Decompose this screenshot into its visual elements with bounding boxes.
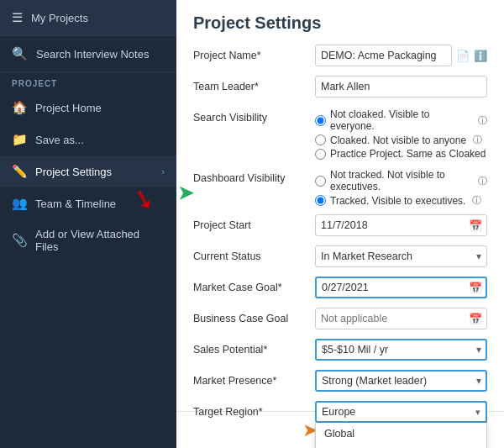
dash-vis-0-label: Not tracked. Not visible to executives. (330, 169, 471, 192)
target-region-value: Europe (322, 406, 475, 418)
dashboard-visibility-control: Not tracked. Not visible to executives.ⓘ… (315, 167, 487, 207)
target-region-dropdown: Global North America Latin America Europ… (315, 423, 487, 448)
target-region-row: Target Region* Europe ▾ Global North Ame… (193, 401, 487, 424)
dash-vis-1-label: Tracked. Visible to executives. (330, 195, 465, 207)
target-region-select-display[interactable]: Europe ▾ (315, 401, 487, 423)
current-status-row: Current Status In Market Research (193, 245, 487, 269)
dash-vis-0-info: ⓘ (478, 175, 487, 187)
chevron-down-icon: ▾ (475, 407, 480, 418)
target-region-control: Europe ▾ Global North America Latin Amer… (315, 401, 487, 423)
search-vis-2-label: Practice Project. Same as Cloaked (330, 148, 486, 160)
sidebar-item-project-home[interactable]: 🏠 Project Home (0, 92, 176, 124)
dashboard-visibility-radio-group: Not tracked. Not visible to executives.ⓘ… (315, 167, 487, 207)
pencil-icon: ✏️ (12, 164, 27, 179)
green-arrow-indicator: ➤ (178, 182, 193, 204)
project-name-label: Project Name* (193, 45, 315, 62)
search-visibility-label: Search Visibility (193, 107, 315, 124)
market-case-goal-label: Market Case Goal* (193, 277, 315, 294)
dashboard-visibility-option-0[interactable]: Not tracked. Not visible to executives.ⓘ (315, 169, 487, 192)
target-region-label: Target Region* (193, 401, 315, 419)
business-case-goal-control: 📅 (315, 308, 487, 329)
sidebar-item-attached-files-label: Add or View Attached Files (35, 228, 165, 253)
target-region-option-north-america[interactable]: North America (316, 445, 486, 448)
folder-icon: 📁 (12, 132, 27, 147)
project-start-row: Project Start 📅 (193, 214, 487, 238)
sidebar-item-attached-files[interactable]: 📎 Add or View Attached Files (0, 219, 176, 261)
search-visibility-radio-group: Not cloaked. Visible to everyone.ⓘ Cloak… (315, 107, 487, 160)
market-presence-control: Strong (Market leader) (315, 370, 487, 392)
sales-potential-row: Sales Potential* $5-$10 Mil / yr (193, 339, 487, 362)
sales-potential-control: $5-$10 Mil / yr (315, 339, 487, 361)
project-start-control: 📅 (315, 214, 487, 236)
search-visibility-option-2[interactable]: Practice Project. Same as Cloaked (315, 148, 487, 160)
current-status-control: In Market Research (315, 245, 487, 267)
sidebar-item-my-projects[interactable]: ☰ My Projects (0, 0, 176, 36)
dashboard-visibility-label: Dashboard Visibility (193, 167, 315, 185)
team-icon: 👥 (12, 196, 27, 211)
dash-vis-1-info: ⓘ (472, 194, 481, 207)
business-case-goal-input[interactable] (315, 308, 487, 329)
market-presence-row: Market Presence* Strong (Market leader) (193, 370, 487, 393)
sidebar: ☰ My Projects 🔍 Search Interview Notes P… (0, 0, 176, 448)
sidebar-item-save-as[interactable]: 📁 Save as... (0, 124, 176, 155)
sidebar-item-search-notes-label: Search Interview Notes (36, 48, 149, 61)
main-content: Project Settings Project Name* 📄 ℹ️ Team… (176, 0, 504, 448)
market-presence-label: Market Presence* (193, 370, 315, 387)
project-name-input[interactable] (315, 45, 452, 66)
market-case-goal-row: Market Case Goal* 📅 (193, 277, 487, 300)
team-leader-row: Team Leader* (193, 76, 487, 99)
search-visibility-option-1[interactable]: Cloaked. Not visible to anyoneⓘ (315, 134, 487, 146)
market-presence-select[interactable]: Strong (Market leader) (315, 370, 487, 392)
search-vis-0-info: ⓘ (478, 114, 487, 127)
sidebar-item-save-as-label: Save as... (35, 134, 84, 146)
market-case-goal-input[interactable] (315, 277, 487, 298)
sidebar-item-team-timeline[interactable]: 👥 Team & Timeline (0, 187, 176, 219)
current-status-select[interactable]: In Market Research (315, 245, 487, 267)
target-region-option-global[interactable]: Global (316, 423, 486, 445)
team-leader-label: Team Leader* (193, 76, 315, 93)
business-case-goal-label: Business Case Goal (193, 308, 315, 325)
project-start-label: Project Start (193, 214, 315, 232)
sales-potential-label: Sales Potential* (193, 339, 315, 356)
grid-icon: ☰ (12, 10, 23, 25)
sidebar-item-project-settings[interactable]: ✏️ Project Settings › (0, 155, 176, 187)
sales-potential-select[interactable]: $5-$10 Mil / yr (315, 339, 487, 361)
chevron-right-icon: › (161, 166, 165, 177)
sidebar-item-project-settings-label: Project Settings (35, 166, 112, 178)
home-icon: 🏠 (12, 100, 27, 115)
search-visibility-control: Not cloaked. Visible to everyone.ⓘ Cloak… (315, 107, 487, 160)
page-icon: 📄 (456, 50, 470, 62)
sidebar-item-search-notes[interactable]: 🔍 Search Interview Notes (0, 36, 176, 72)
search-visibility-option-0[interactable]: Not cloaked. Visible to everyone.ⓘ (315, 108, 487, 132)
info-icon: ℹ️ (474, 50, 487, 62)
project-start-input[interactable] (315, 214, 487, 236)
paperclip-icon: 📎 (12, 233, 27, 248)
project-name-row: Project Name* 📄 ℹ️ (193, 45, 487, 68)
dashboard-visibility-row: Dashboard Visibility Not tracked. Not vi… (193, 167, 487, 207)
current-status-label: Current Status (193, 245, 315, 263)
page-title: Project Settings (193, 13, 487, 33)
search-vis-1-info: ⓘ (473, 134, 482, 146)
business-case-goal-row: Business Case Goal 📅 (193, 308, 487, 331)
team-leader-control (315, 76, 487, 98)
sidebar-section-project: PROJECT (0, 72, 176, 92)
team-leader-input[interactable] (315, 76, 487, 98)
search-visibility-row: Search Visibility Not cloaked. Visible t… (193, 107, 487, 160)
search-vis-1-label: Cloaked. Not visible to anyone (330, 134, 466, 146)
search-vis-0-label: Not cloaked. Visible to everyone. (330, 108, 471, 132)
sidebar-item-team-timeline-label: Team & Timeline (35, 198, 116, 210)
market-case-goal-control: 📅 (315, 277, 487, 298)
sidebar-item-project-home-label: Project Home (35, 102, 102, 114)
project-name-control: 📄 ℹ️ (315, 45, 487, 66)
search-icon: 🔍 (12, 46, 28, 61)
dashboard-visibility-option-1[interactable]: Tracked. Visible to executives.ⓘ (315, 194, 487, 207)
sidebar-item-my-projects-label: My Projects (31, 12, 88, 24)
